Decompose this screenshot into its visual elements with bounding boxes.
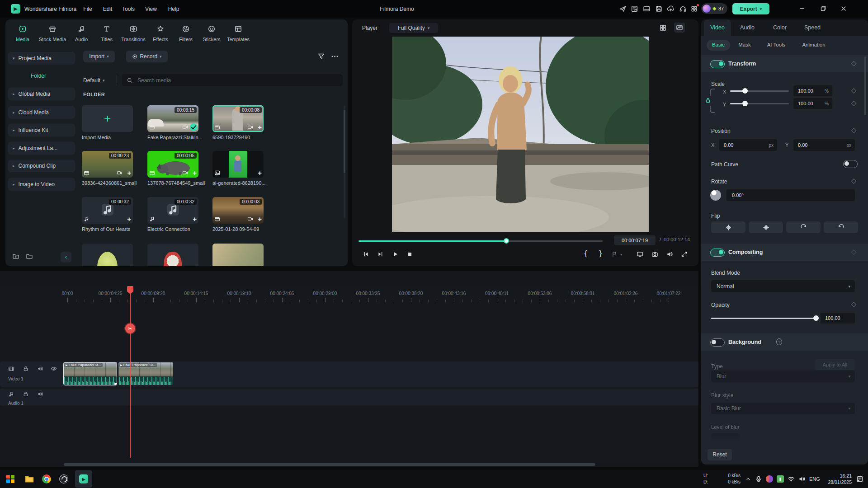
more-options-button[interactable]: •••	[331, 52, 339, 60]
menu-file[interactable]: File	[78, 6, 98, 12]
avatar[interactable]	[703, 5, 711, 13]
display-mode-button[interactable]	[637, 251, 643, 258]
task-list-icon[interactable]	[631, 5, 638, 13]
sidebar-item-compound-clip[interactable]: ▸ Compound Clip	[8, 160, 75, 172]
file-explorer-button[interactable]	[24, 474, 34, 484]
compositing-toggle[interactable]	[710, 249, 725, 257]
opacity-value-box[interactable]: 100.00	[821, 313, 855, 324]
start-button[interactable]	[6, 475, 14, 483]
library-tab-stock-media[interactable]: Stock Media	[38, 25, 67, 45]
panel-icon[interactable]	[643, 5, 651, 13]
position-x-box[interactable]: 0.00px	[719, 139, 777, 151]
scale-y-slider-knob[interactable]	[742, 101, 748, 106]
scale-x-value-box[interactable]: 100.00%	[793, 85, 832, 96]
properties-subtab-ai-tools[interactable]: AI Tools	[758, 42, 794, 47]
save-icon[interactable]	[655, 5, 663, 13]
media-item-6590-193729460[interactable]: 00:00:08+	[212, 105, 264, 132]
audio-track-lock-button[interactable]	[23, 391, 29, 397]
scale-lock-icon[interactable]	[705, 97, 711, 103]
menu-tools[interactable]: Tools	[118, 6, 138, 12]
playhead-cap[interactable]	[127, 286, 133, 291]
library-tab-transitions[interactable]: Transitions	[118, 25, 148, 45]
flip-vertical-button[interactable]	[749, 221, 783, 233]
add-to-timeline-button[interactable]: +	[193, 215, 197, 223]
add-to-timeline-button[interactable]: +	[193, 169, 197, 177]
add-to-timeline-button[interactable]: +	[258, 215, 262, 223]
import-dropdown[interactable]: Import▾	[83, 51, 115, 62]
split-playhead-button[interactable]: ✂	[125, 324, 135, 333]
opacity-keyframe-button[interactable]: ◇	[850, 301, 857, 308]
scale-x-slider-knob[interactable]	[742, 88, 748, 94]
sidebar-item-global-media[interactable]: ▸ Global Media	[8, 88, 75, 100]
filmora-taskbar-tile[interactable]: ▶	[75, 470, 92, 488]
opacity-slider[interactable]	[711, 315, 816, 321]
reset-button[interactable]: Reset	[708, 449, 732, 460]
cloud-upload-icon[interactable]	[667, 5, 675, 13]
scale-y-slider[interactable]	[730, 101, 789, 106]
mark-out-button[interactable]: }	[597, 250, 604, 257]
add-to-timeline-button[interactable]: +	[258, 123, 262, 131]
library-tab-templates[interactable]: Templates	[223, 25, 253, 45]
mark-in-button[interactable]: {	[582, 250, 589, 257]
menu-help[interactable]: Help	[164, 6, 184, 12]
flip-horizontal-button[interactable]	[711, 221, 745, 233]
apply-to-all-button[interactable]: Apply to All	[815, 359, 855, 370]
caret-down-icon[interactable]: ▾	[620, 253, 622, 257]
timeline-clip[interactable]: ▶ Fake Paparazzi St...	[118, 362, 173, 385]
category-dropdown[interactable]: Default▾	[83, 75, 113, 85]
properties-tab-video[interactable]: Video	[704, 24, 731, 31]
search-input[interactable]	[137, 77, 337, 84]
snapshot-button[interactable]	[651, 251, 658, 258]
open-folder-button[interactable]	[26, 253, 33, 260]
timeline-clip[interactable]: ▶ Fake Paparazzi St...	[64, 362, 117, 385]
rotate-dial[interactable]	[710, 190, 721, 201]
maximize-button[interactable]	[819, 5, 826, 12]
media-scrollbar[interactable]	[344, 105, 345, 218]
sidebar-item-folder[interactable]: Folder	[8, 70, 75, 82]
layout-view-button[interactable]	[659, 24, 667, 32]
media-item-39836-424360861-small[interactable]: 00:00:23+	[82, 151, 133, 178]
media-item-137678-767484549-small[interactable]: 00:00:05+	[147, 151, 198, 178]
background-toggle[interactable]	[710, 338, 725, 347]
step-forward-button[interactable]	[377, 251, 384, 258]
import-media-tile[interactable]: +	[82, 105, 133, 132]
rotate-cw-button[interactable]	[786, 221, 821, 233]
properties-tab-speed[interactable]: Speed	[799, 24, 826, 31]
media-item-partial-owl[interactable]	[147, 244, 198, 266]
sidebar-item-influence-kit[interactable]: ▸ Influence Kit	[8, 124, 75, 136]
play-button[interactable]	[392, 251, 399, 258]
scopes-button[interactable]	[674, 23, 685, 33]
scale-y-keyframe-button[interactable]: ◇	[850, 100, 857, 107]
tray-volume-icon[interactable]	[798, 475, 806, 483]
playhead-line[interactable]	[130, 286, 131, 458]
position-keyframe-button[interactable]: ◇	[850, 127, 857, 134]
rotate-ccw-button[interactable]	[824, 221, 858, 233]
stop-button[interactable]	[406, 251, 413, 258]
playback-progress[interactable]	[359, 238, 603, 244]
properties-tab-color[interactable]: Color	[766, 24, 793, 31]
properties-subtab-mask[interactable]: Mask	[726, 42, 763, 47]
compositing-keyframe-button[interactable]: ◇	[850, 249, 857, 255]
clock[interactable]: 16:21 28/01/2025	[824, 473, 852, 485]
filter-button[interactable]	[317, 52, 325, 60]
menu-view[interactable]: View	[141, 6, 161, 12]
properties-tab-audio[interactable]: Audio	[734, 24, 761, 31]
video-track-mute-button[interactable]	[37, 366, 43, 372]
tray-color-app-icon[interactable]	[766, 475, 773, 483]
notification-center-button[interactable]	[856, 475, 863, 483]
close-button[interactable]	[840, 5, 847, 12]
sidebar-item-project-media[interactable]: ▾ Project Media	[8, 52, 75, 65]
sidebar-item-cloud-media[interactable]: ▸ Cloud Media	[8, 106, 75, 119]
record-dropdown[interactable]: Record▾	[126, 51, 168, 62]
blend-mode-dropdown[interactable]: Normal▾	[711, 280, 855, 292]
sidebar-item-adjustment-la-[interactable]: ▸ Adjustment La...	[8, 142, 75, 155]
volume-button[interactable]	[666, 251, 673, 258]
render-marker-button[interactable]	[611, 251, 618, 258]
media-scrollbar-thumb[interactable]	[344, 110, 345, 173]
timeline-scrollbar-thumb[interactable]	[64, 463, 595, 466]
blur-style-dropdown[interactable]: Basic Blur▾	[711, 403, 855, 414]
minimize-button[interactable]	[798, 5, 806, 12]
properties-subtab-animation[interactable]: Animation	[796, 42, 832, 47]
add-to-timeline-button[interactable]: +	[127, 169, 131, 177]
media-item-partial-blonde[interactable]	[212, 244, 264, 266]
